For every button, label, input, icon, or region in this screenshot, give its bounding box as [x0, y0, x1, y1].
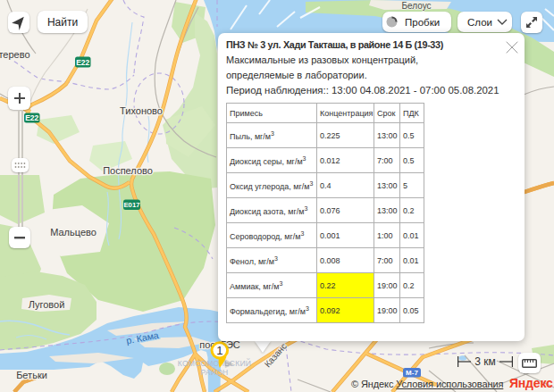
svg-text:Мальцево: Мальцево [50, 227, 97, 238]
svg-text:E22: E22 [25, 113, 38, 122]
svg-text:терево: терево [0, 49, 30, 60]
svg-text:Луговой: Луговой [29, 299, 65, 310]
svg-text:Тихоново: Тихоново [120, 105, 163, 116]
svg-text:М-7: М-7 [406, 369, 418, 377]
svg-text:E017: E017 [123, 201, 139, 209]
svg-text:КОМСОМОЛЬСКИЙ: КОМСОМОЛЬСКИЙ [178, 358, 251, 368]
svg-text:3 км: 3 км [474, 355, 496, 368]
svg-text:Бетьки: Бетьки [16, 370, 47, 380]
svg-text:1: 1 [216, 344, 222, 357]
svg-text:РАЙОН: РАЙОН [201, 367, 229, 377]
svg-text:Белоус: Белоус [401, 1, 431, 11]
svg-text:Поспелово: Поспелово [103, 165, 153, 176]
svg-text:E22: E22 [76, 58, 89, 67]
